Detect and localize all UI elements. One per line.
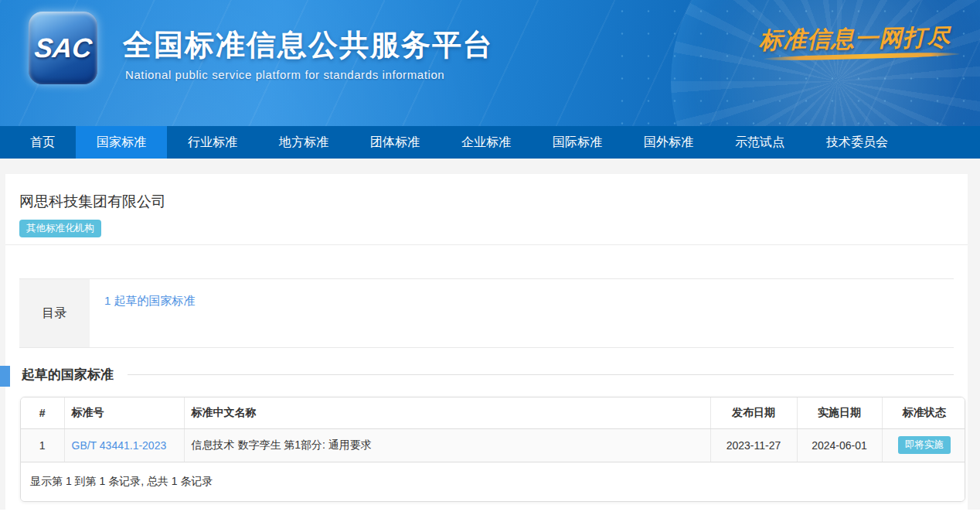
nav-item-group-standards[interactable]: 团体标准: [349, 126, 441, 159]
col-header-implement-date: 实施日期: [797, 397, 882, 428]
org-name: 网思科技集团有限公司: [19, 174, 954, 212]
nav-item-technical-committee[interactable]: 技术委员会: [805, 126, 909, 159]
nav-item-international-standards[interactable]: 国际标准: [532, 126, 623, 159]
cell-implement-date: 2024-06-01: [797, 428, 882, 462]
nav-item-enterprise-standards[interactable]: 企业标准: [441, 126, 532, 159]
nav-item-national-standards[interactable]: 国家标准: [76, 126, 167, 159]
nav-item-pilot-demo[interactable]: 示范试点: [714, 126, 805, 159]
cell-index: 1: [21, 428, 64, 462]
toc-link-drafted-standards[interactable]: 1 起草的国家标准: [104, 294, 196, 307]
content-card: 网思科技集团有限公司 其他标准化机构 目录 1 起草的国家标准 起草的国家标准 …: [5, 174, 968, 510]
dot-pattern-decoration: [609, 0, 980, 126]
bottom-strip: [0, 510, 980, 522]
section-accent-marker: [0, 366, 10, 387]
site-subtitle: National public service platform for sta…: [125, 68, 444, 81]
col-header-status: 标准状态: [882, 397, 965, 428]
sac-logo-text: SAC: [32, 32, 93, 63]
toc-box: 目录 1 起草的国家标准: [19, 278, 954, 348]
table-row: 1 GB/T 43441.1-2023 信息技术 数字孪生 第1部分: 通用要求…: [21, 428, 965, 462]
standards-table: # 标准号 标准中文名称 发布日期 实施日期 标准状态 1 GB/T 43441…: [21, 397, 965, 462]
section-rule-line: [128, 374, 954, 375]
nav-item-foreign-standards[interactable]: 国外标准: [623, 126, 714, 159]
nav-item-local-standards[interactable]: 地方标准: [258, 126, 349, 159]
section-header: 起草的国家标准: [19, 366, 954, 384]
sac-logo[interactable]: SAC: [29, 12, 97, 84]
records-summary: 显示第 1 到第 1 条记录, 总共 1 条记录: [21, 462, 965, 501]
cell-publish-date: 2023-11-27: [710, 428, 797, 462]
col-header-standard-name: 标准中文名称: [184, 397, 710, 428]
status-badge: 即将实施: [898, 436, 951, 454]
standard-code-link[interactable]: GB/T 43441.1-2023: [72, 439, 167, 452]
nav-item-industry-standards[interactable]: 行业标准: [167, 126, 258, 159]
col-header-index: #: [21, 397, 64, 428]
header-banner: SAC 全国标准信息公共服务平台 National public service…: [0, 0, 980, 126]
standards-table-container: # 标准号 标准中文名称 发布日期 实施日期 标准状态 1 GB/T 43441…: [20, 397, 965, 502]
col-header-publish-date: 发布日期: [710, 397, 797, 428]
main-nav: 首页 国家标准 行业标准 地方标准 团体标准 企业标准 国际标准 国外标准 示范…: [0, 126, 980, 159]
slogan-text: 标准信息一网打尽: [759, 22, 951, 56]
section-title: 起草的国家标准: [22, 366, 114, 384]
nav-item-home[interactable]: 首页: [9, 126, 76, 159]
col-header-standard-code: 标准号: [64, 397, 184, 428]
cell-standard-name: 信息技术 数字孪生 第1部分: 通用要求: [184, 428, 710, 462]
site-title: 全国标准信息公共服务平台: [123, 26, 494, 65]
table-header-row: # 标准号 标准中文名称 发布日期 实施日期 标准状态: [21, 397, 965, 428]
toc-label: 目录: [19, 279, 90, 347]
org-type-badge: 其他标准化机构: [19, 220, 101, 237]
divider: [5, 244, 968, 245]
